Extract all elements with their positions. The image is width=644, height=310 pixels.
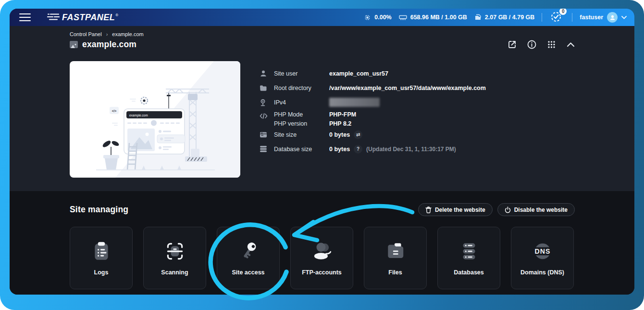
- disk-usage: 2.07 GB / 4.79 GB: [474, 14, 535, 21]
- breadcrumb-control-panel[interactable]: Control Panel: [70, 31, 102, 37]
- dns-globe-icon: DNS: [532, 240, 554, 262]
- ram-usage: 658.96 MB / 1.00 GB: [399, 14, 467, 21]
- detail-row-site-user: Site user example_com_usr57: [260, 66, 486, 80]
- disk-value: 2.07 GB / 4.79 GB: [485, 14, 535, 21]
- disable-website-button[interactable]: Disable the website: [497, 203, 575, 216]
- tasks-badge: 0: [559, 9, 567, 15]
- folder-icon: [260, 85, 274, 91]
- code-icon: [260, 113, 274, 119]
- power-icon: [505, 207, 511, 213]
- ipv4-redacted-value: [329, 98, 380, 107]
- recalculate-site-size-button[interactable]: ⇄: [354, 130, 362, 139]
- site-managing-section: Site managing Delete the website: [10, 191, 634, 295]
- trash-icon: [425, 207, 432, 213]
- equalizer-icon: [47, 13, 60, 21]
- card-scanning[interactable]: Scanning: [143, 227, 206, 289]
- site-preview-illustration: example.com: [70, 61, 240, 178]
- brand-registered-mark: ®: [115, 13, 118, 17]
- user-icon: [260, 70, 274, 78]
- chevron-down-icon: [621, 16, 627, 19]
- person-icon: [609, 14, 616, 21]
- storage-icon: [260, 131, 274, 138]
- card-ftp-accounts[interactable]: FTP-accounts: [290, 227, 353, 289]
- grid-icon: [547, 40, 556, 49]
- device-frame: FASTPANEL ® 0.00%: [0, 0, 644, 310]
- illustration-code-text: </>: [112, 109, 117, 113]
- disk-icon: [474, 14, 482, 21]
- site-image-icon: [70, 41, 78, 48]
- ram-icon: [399, 14, 407, 21]
- breadcrumb-separator: ›: [106, 31, 108, 37]
- topbar: FASTPANEL ® 0.00%: [10, 9, 634, 26]
- breadcrumb-current[interactable]: example.com: [112, 31, 143, 37]
- avatar: [607, 12, 618, 23]
- divider: [572, 13, 572, 22]
- managing-cards: Logs Scanning: [70, 227, 575, 289]
- detail-row-php: PHP Mode PHP-FPM PHP version PHP 8.2: [260, 110, 486, 127]
- card-site-access[interactable]: Site access: [217, 227, 280, 289]
- menu-icon[interactable]: [19, 13, 31, 21]
- site-info-section: example.com: [10, 52, 634, 191]
- breadcrumb: Control Panel › example.com: [70, 31, 575, 37]
- database-size-updated-note: (Updated Dec 31, 1, 11:30:17 PM): [366, 146, 456, 153]
- tasks-button[interactable]: 0: [549, 11, 565, 24]
- card-logs[interactable]: Logs: [70, 227, 133, 289]
- fastpanel-window: FASTPANEL ® 0.00%: [10, 9, 634, 295]
- delete-website-button[interactable]: Delete the website: [418, 203, 493, 216]
- external-link-icon: [508, 40, 517, 49]
- open-site-button[interactable]: [508, 40, 517, 49]
- key-icon: [237, 240, 260, 262]
- card-databases[interactable]: Databases: [437, 227, 500, 289]
- site-details: Site user example_com_usr57 Root directo…: [260, 61, 486, 191]
- divider: [542, 13, 542, 22]
- page-title: example.com: [82, 39, 136, 50]
- info-button[interactable]: [527, 40, 536, 49]
- page: FASTPANEL ® 0.00%: [0, 0, 644, 310]
- brand-logo[interactable]: FASTPANEL ®: [47, 13, 118, 23]
- user-menu[interactable]: fastuser: [580, 12, 627, 23]
- scanning-icon: [164, 240, 186, 262]
- detail-row-root-directory: Root directory /var/www/example_com_usr5…: [260, 81, 486, 95]
- info-icon: [527, 40, 536, 49]
- database-size-help-button[interactable]: ?: [354, 145, 362, 154]
- site-actions: Delete the website Disable the website: [418, 203, 575, 216]
- ftp-accounts-icon: [311, 240, 333, 262]
- location-pin-icon: [260, 99, 274, 106]
- card-files[interactable]: Files: [364, 227, 427, 289]
- title-row: example.com: [70, 39, 575, 50]
- svg-text:DNS: DNS: [534, 247, 550, 255]
- cpu-icon: [364, 14, 371, 21]
- detail-row-database-size: Database size 0 bytes ? (Updated Dec 31,…: [260, 142, 486, 156]
- databases-icon: [458, 240, 480, 262]
- brand-name: FASTPANEL: [62, 13, 115, 23]
- cpu-value: 0.00%: [374, 14, 391, 21]
- topbar-stats: 0.00% 658.96 MB / 1.00 GB: [364, 11, 627, 24]
- section-title: Site managing: [70, 205, 128, 215]
- chevron-up-icon: [567, 42, 575, 47]
- card-domains-dns[interactable]: DNS Domains (DNS): [511, 227, 574, 289]
- files-folder-icon: [384, 240, 407, 262]
- illustration-domain-text: example.com: [129, 114, 148, 117]
- page-header: Control Panel › example.com example.com: [10, 26, 634, 52]
- detail-row-site-size: Site size 0 bytes ⇄: [260, 128, 486, 142]
- apps-grid-button[interactable]: [547, 40, 556, 49]
- logs-icon: [90, 240, 112, 262]
- username: fastuser: [580, 14, 603, 21]
- collapse-button[interactable]: [567, 42, 575, 47]
- header-actions: [508, 40, 575, 49]
- database-icon: [260, 145, 274, 153]
- ram-value: 658.96 MB / 1.00 GB: [410, 14, 467, 21]
- detail-row-ipv4: IPv4: [260, 95, 486, 109]
- cpu-usage: 0.00%: [364, 14, 391, 21]
